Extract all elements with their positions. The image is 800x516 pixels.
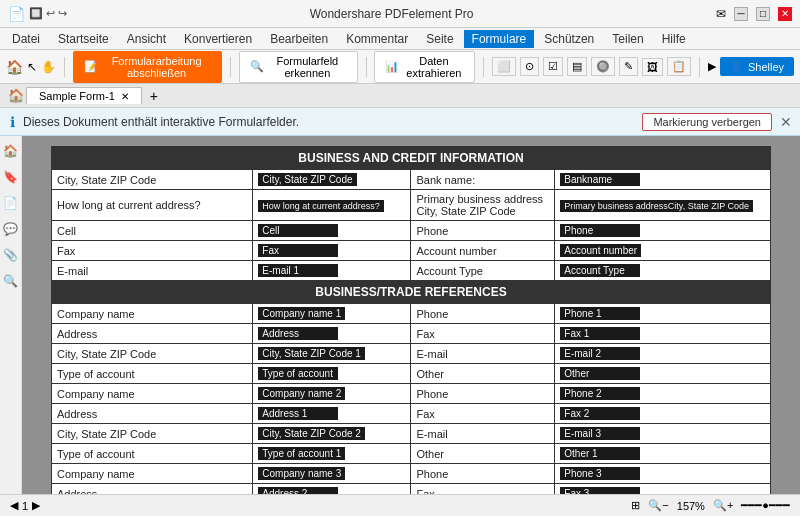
input-email[interactable]: E-mail 1 <box>258 264 338 277</box>
table-row: Address Address 2 Fax Fax 3 <box>52 484 771 495</box>
field-cell: City, State ZIP Code 2 <box>253 424 411 444</box>
title-bar-right[interactable]: ✉ ─ □ ✕ <box>716 7 792 21</box>
input-addr3[interactable]: Address 2 <box>258 487 338 494</box>
input-how-long[interactable]: How long at current address? <box>258 200 384 212</box>
tab-label: Sample Form-1 <box>39 90 115 102</box>
sidebar-search-icon[interactable]: 🔍 <box>2 272 20 290</box>
input-phone[interactable]: Phone <box>560 224 640 237</box>
field-icon-4[interactable]: ▤ <box>567 57 587 76</box>
input-other1[interactable]: Other <box>560 367 640 380</box>
prev-page-icon[interactable]: ◀ <box>10 499 18 512</box>
tab-sample-form-1[interactable]: Sample Form-1 ✕ <box>26 87 142 104</box>
input-phone3[interactable]: Phone 3 <box>560 467 640 480</box>
menu-kommentar[interactable]: Kommentar <box>338 30 416 48</box>
zoom-slider[interactable]: ━━━●━━━ <box>741 499 790 512</box>
input-account-type[interactable]: Account Type <box>560 264 640 277</box>
input-primary-addr[interactable]: Primary business addressCity, State ZIP … <box>560 200 753 212</box>
more-tools-icon[interactable]: ▶ <box>708 60 716 73</box>
input-fax1[interactable]: Fax 1 <box>560 327 640 340</box>
next-page-icon[interactable]: ▶ <box>32 499 40 512</box>
zoom-out-icon[interactable]: 🔍− <box>648 499 668 512</box>
field-icon-5[interactable]: 🔘 <box>591 57 615 76</box>
input-city-zip[interactable]: City, State ZIP Code <box>258 173 356 186</box>
input-bank[interactable]: Bankname <box>560 173 640 186</box>
form-table: BUSINESS AND CREDIT INFORMATION City, St… <box>51 146 771 494</box>
sidebar-attach-icon[interactable]: 📎 <box>2 246 20 264</box>
field-label-company1: Company name <box>52 304 253 324</box>
field-label-fax3: Fax <box>411 484 555 495</box>
menu-datei[interactable]: Datei <box>4 30 48 48</box>
field-icon-7[interactable]: 🖼 <box>642 58 663 76</box>
field-cell: Primary business addressCity, State ZIP … <box>555 190 771 221</box>
field-cell: Fax 3 <box>555 484 771 495</box>
input-typeacct1[interactable]: Type of account <box>258 367 338 380</box>
input-account-number[interactable]: Account number <box>560 244 641 257</box>
menu-hilfe[interactable]: Hilfe <box>654 30 694 48</box>
input-typeacct2[interactable]: Type of account 1 <box>258 447 345 460</box>
mail-icon[interactable]: ✉ <box>716 7 726 21</box>
hand-icon[interactable]: ✋ <box>41 60 56 74</box>
input-email3[interactable]: E-mail 3 <box>560 427 640 440</box>
status-right: ⊞ 🔍− 157% 🔍+ ━━━●━━━ <box>631 499 790 512</box>
field-label-typeacct2: Type of account <box>52 444 253 464</box>
sidebar-pages-icon[interactable]: 📄 <box>2 194 20 212</box>
menu-formulare[interactable]: Formulare <box>464 30 535 48</box>
menu-seite[interactable]: Seite <box>418 30 461 48</box>
sidebar-bookmark-icon[interactable]: 🔖 <box>2 168 20 186</box>
input-company3[interactable]: Company name 3 <box>258 467 345 480</box>
input-cityzip1[interactable]: City, State ZIP Code 1 <box>258 347 365 360</box>
sidebar-comment-icon[interactable]: 💬 <box>2 220 20 238</box>
input-company2[interactable]: Company name 2 <box>258 387 345 400</box>
input-fax2[interactable]: Fax 2 <box>560 407 640 420</box>
section-header-cell-trade: BUSINESS/TRADE REFERENCES <box>52 281 771 304</box>
tab-close-button[interactable]: ✕ <box>121 91 129 102</box>
field-cell: E-mail 2 <box>555 344 771 364</box>
field-label-email3: E-mail <box>411 424 555 444</box>
recognize-button[interactable]: 🔍 Formularfeld erkennen <box>239 51 357 83</box>
menu-bearbeiten[interactable]: Bearbeiten <box>262 30 336 48</box>
input-email2[interactable]: E-mail 2 <box>560 347 640 360</box>
menu-konvertieren[interactable]: Konvertieren <box>176 30 260 48</box>
input-phone2[interactable]: Phone 2 <box>560 387 640 400</box>
field-icon-3[interactable]: ☑ <box>543 57 563 76</box>
extract-icon: 📊 <box>385 60 399 73</box>
table-row: Fax Fax Account number Account number <box>52 241 771 261</box>
field-cell: Type of account <box>253 364 411 384</box>
input-cell[interactable]: Cell <box>258 224 338 237</box>
notification-close-button[interactable]: ✕ <box>780 114 792 130</box>
input-addr1[interactable]: Address <box>258 327 338 340</box>
input-addr2[interactable]: Address 1 <box>258 407 338 420</box>
input-company1[interactable]: Company name 1 <box>258 307 345 320</box>
input-fax3[interactable]: Fax 3 <box>560 487 640 494</box>
input-cityzip2[interactable]: City, State ZIP Code 2 <box>258 427 365 440</box>
field-label-addr1: Address <box>52 324 253 344</box>
field-cell: Type of account 1 <box>253 444 411 464</box>
zoom-in-icon[interactable]: 🔍+ <box>713 499 733 512</box>
menu-teilen[interactable]: Teilen <box>604 30 651 48</box>
new-tab-button[interactable]: + <box>144 88 164 104</box>
hide-marking-button[interactable]: Markierung verbergen <box>642 113 772 131</box>
field-icon-2[interactable]: ⊙ <box>520 57 539 76</box>
table-row: Company name Company name 2 Phone Phone … <box>52 384 771 404</box>
field-icon-8[interactable]: 📋 <box>667 57 691 76</box>
minimize-button[interactable]: ─ <box>734 7 748 21</box>
menu-startseite[interactable]: Startseite <box>50 30 117 48</box>
maximize-button[interactable]: □ <box>756 7 770 21</box>
field-cell: Phone 3 <box>555 464 771 484</box>
menu-schuetzen[interactable]: Schützen <box>536 30 602 48</box>
field-icon-1[interactable]: ⬜ <box>492 57 516 76</box>
grid-view-icon[interactable]: ⊞ <box>631 499 640 512</box>
form-edit-button[interactable]: 📝 Formulararbeitung abschließen <box>73 51 223 83</box>
input-other2[interactable]: Other 1 <box>560 447 640 460</box>
input-fax[interactable]: Fax <box>258 244 338 257</box>
menu-ansicht[interactable]: Ansicht <box>119 30 174 48</box>
sidebar-home-icon[interactable]: 🏠 <box>2 142 20 160</box>
input-phone1[interactable]: Phone 1 <box>560 307 640 320</box>
field-icon-6[interactable]: ✎ <box>619 57 638 76</box>
home-icon[interactable]: 🏠 <box>6 59 23 75</box>
home-tab-icon[interactable]: 🏠 <box>8 88 24 103</box>
extract-button[interactable]: 📊 Daten extrahieren <box>374 51 475 83</box>
close-button[interactable]: ✕ <box>778 7 792 21</box>
cursor-icon[interactable]: ↖ <box>27 60 37 74</box>
user-button[interactable]: 👤 Shelley <box>720 57 794 76</box>
